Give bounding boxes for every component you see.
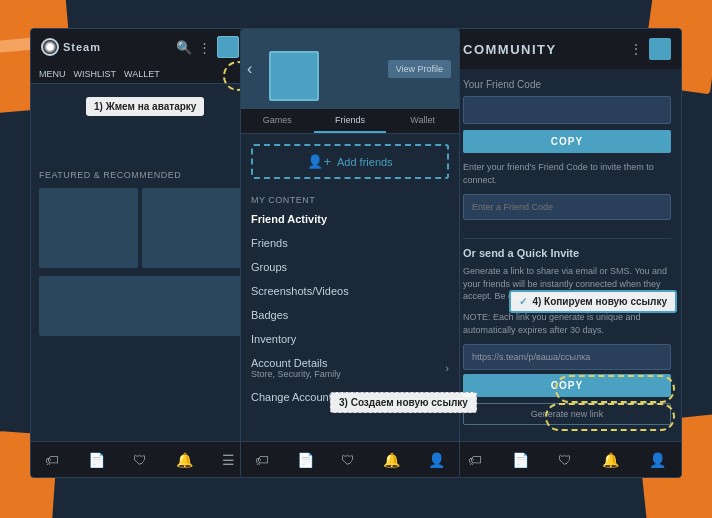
profile-header: ‹ View Profile: [241, 29, 459, 109]
mid-nav-shield-icon[interactable]: 🛡: [341, 452, 355, 468]
right-content: Your Friend Code COPY Enter your friend'…: [453, 69, 681, 441]
annotation-3: 3) Создаем новую ссылку: [330, 392, 477, 413]
featured-img-1: [39, 188, 138, 268]
enter-friend-code-input[interactable]: [463, 194, 671, 220]
add-person-icon: 👤+: [307, 154, 331, 169]
left-panel-spacer: [31, 84, 249, 164]
copy-button-2[interactable]: COPY: [463, 374, 671, 397]
bottom-nav-shield-icon[interactable]: 🛡: [133, 452, 147, 468]
profile-tabs: Games Friends Wallet: [241, 109, 459, 134]
left-bottom-nav: 🏷 📄 🛡 🔔 ☰: [31, 441, 249, 477]
steam-header: Steam 🔍 ⋮: [31, 29, 249, 65]
account-sub-label: Store, Security, Family: [251, 369, 341, 379]
tab-friends[interactable]: Friends: [314, 109, 387, 133]
mid-nav-tag-icon[interactable]: 🏷: [255, 452, 269, 468]
right-bottom-nav: 🏷 📄 🛡 🔔 👤: [453, 441, 681, 477]
left-panel: Steam 🔍 ⋮ MENU WISHLIST WALLET 1) Жмем н…: [30, 28, 250, 478]
add-friends-label: Add friends: [337, 156, 393, 168]
middle-bottom-nav: 🏷 📄 🛡 🔔 👤: [241, 441, 459, 477]
check-icon: ✓: [519, 296, 527, 307]
nav-wallet[interactable]: WALLET: [124, 69, 160, 79]
account-details-label: Account Details: [251, 357, 341, 369]
mid-nav-person-icon[interactable]: 👤: [428, 452, 445, 468]
featured-images: [31, 184, 249, 272]
featured-img-wide: [39, 276, 241, 336]
bottom-nav-tag-icon[interactable]: 🏷: [45, 452, 59, 468]
community-more-icon[interactable]: ⋮: [629, 41, 643, 57]
steam-nav: MENU WISHLIST WALLET: [31, 65, 249, 84]
community-header: COMMUNITY ⋮: [453, 29, 681, 69]
link-url-box: https://s.team/p/ваша/ссылка: [463, 344, 671, 370]
right-nav-doc-icon[interactable]: 📄: [512, 452, 529, 468]
more-icon[interactable]: ⋮: [198, 40, 211, 55]
note-text: NOTE: Each link you generate is unique a…: [463, 311, 671, 336]
copy-button-1[interactable]: COPY: [463, 130, 671, 153]
divider: [463, 238, 671, 239]
menu-friends[interactable]: Friends: [241, 231, 459, 255]
steam-logo-icon: [41, 38, 59, 56]
featured-label: FEATURED & RECOMMENDED: [31, 164, 249, 184]
community-header-right: ⋮: [629, 38, 671, 60]
mid-nav-bell-icon[interactable]: 🔔: [383, 452, 400, 468]
chevron-right-icon: ›: [445, 362, 449, 374]
right-panel: COMMUNITY ⋮ Your Friend Code COPY Enter …: [452, 28, 682, 478]
nav-wishlist[interactable]: WISHLIST: [74, 69, 117, 79]
featured-img-wide-wrap: [31, 272, 249, 340]
quick-invite-title: Or send a Quick Invite: [463, 247, 671, 259]
search-icon[interactable]: 🔍: [176, 40, 192, 55]
back-arrow-icon[interactable]: ‹: [247, 60, 252, 78]
bottom-nav-bell-icon[interactable]: 🔔: [176, 452, 193, 468]
right-nav-bell-icon[interactable]: 🔔: [602, 452, 619, 468]
nav-menu[interactable]: MENU: [39, 69, 66, 79]
steam-header-icons: 🔍 ⋮: [176, 36, 239, 58]
my-content-label: MY CONTENT: [241, 189, 459, 207]
mid-nav-doc-icon[interactable]: 📄: [297, 452, 314, 468]
account-details-text: Account Details Store, Security, Family: [251, 357, 341, 379]
steam-logo: Steam: [41, 38, 101, 56]
add-friends-button[interactable]: 👤+ Add friends: [251, 144, 449, 179]
tab-games[interactable]: Games: [241, 109, 314, 133]
main-wrapper: steamgifts Steam 🔍 ⋮ MENU WISHLIST WALLE…: [0, 0, 712, 518]
community-avatar[interactable]: [649, 38, 671, 60]
profile-avatar[interactable]: [269, 51, 319, 101]
menu-friend-activity[interactable]: Friend Activity: [241, 207, 459, 231]
right-nav-tag-icon[interactable]: 🏷: [468, 452, 482, 468]
generate-link-button[interactable]: Generate new link: [463, 403, 671, 425]
user-avatar-left[interactable]: [217, 36, 239, 58]
menu-groups[interactable]: Groups: [241, 255, 459, 279]
annotation-4-text: 4) Копируем новую ссылку: [532, 296, 667, 307]
friend-code-input[interactable]: [463, 96, 671, 124]
invite-text: Enter your friend's Friend Code to invit…: [463, 161, 671, 186]
featured-img-2: [142, 188, 241, 268]
bottom-nav-menu-icon[interactable]: ☰: [222, 452, 235, 468]
steam-logo-text: Steam: [63, 41, 101, 53]
right-nav-shield-icon[interactable]: 🛡: [558, 452, 572, 468]
annotation-4: ✓ 4) Копируем новую ссылку: [509, 290, 677, 313]
menu-inventory[interactable]: Inventory: [241, 327, 459, 351]
menu-badges[interactable]: Badges: [241, 303, 459, 327]
right-nav-person-icon[interactable]: 👤: [649, 452, 666, 468]
menu-screenshots[interactable]: Screenshots/Videos: [241, 279, 459, 303]
community-title: COMMUNITY: [463, 42, 557, 57]
link-url-text: https://s.team/p/ваша/ссылка: [472, 352, 590, 362]
menu-account-details[interactable]: Account Details Store, Security, Family …: [241, 351, 459, 385]
view-profile-button[interactable]: View Profile: [388, 60, 451, 78]
annotation-1: 1) Жмем на аватарку: [86, 97, 204, 116]
tab-wallet[interactable]: Wallet: [386, 109, 459, 133]
bottom-nav-doc-icon[interactable]: 📄: [88, 452, 105, 468]
friend-code-label: Your Friend Code: [463, 79, 671, 90]
